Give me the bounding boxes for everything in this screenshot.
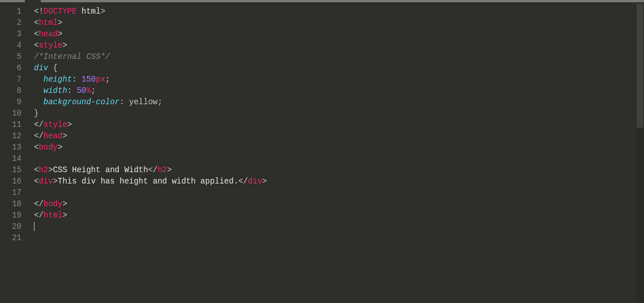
code-line[interactable]: <html> [34,17,644,28]
token-p: { [48,63,58,72]
token-tg: DOCTYPE [44,7,77,16]
line-number: 3 [0,28,27,40]
token-nm: 50 [77,86,87,95]
token-p: </ [238,177,248,186]
code-line[interactable]: height: 150px; [34,74,644,85]
code-line[interactable]: </head> [34,130,644,142]
token-kw: background-color [44,97,119,106]
token-p: > [101,7,105,16]
token-p: </ [34,211,44,220]
token-tg: body [44,199,63,208]
line-number: 7 [0,74,27,85]
token-p: > [58,143,62,152]
line-number: 14 [0,153,27,164]
token-p: > [58,29,62,39]
text-cursor [34,222,35,231]
code-line[interactable]: <style> [34,40,644,51]
token-tg: head [38,29,58,39]
token-un: px [96,75,105,84]
code-editor[interactable]: 123456789101112131415161718192021 <!DOCT… [0,2,644,303]
token-p: ; [91,86,96,95]
token-tg: h2 [157,165,167,174]
token-p: > [62,199,67,208]
line-number-gutter: 123456789101112131415161718192021 [0,2,27,303]
token-p: </ [148,165,158,174]
line-number: 21 [0,232,27,244]
line-number: 18 [0,198,27,210]
token-p: : [72,75,81,84]
token-tg: div [38,177,53,186]
code-line[interactable]: <body> [34,142,644,153]
token-p: ; [105,75,110,84]
scrollbar-thumb[interactable] [637,3,643,128]
line-number: 17 [0,187,27,198]
code-line[interactable]: <div>This div has height and width appli… [34,176,644,187]
code-line[interactable]: width: 50%; [34,85,644,96]
token-tg: html [38,18,58,27]
token-kw: height [44,75,72,84]
token-p: > [67,120,72,129]
line-number: 13 [0,142,27,153]
line-number: 16 [0,176,27,187]
token-p: > [167,165,171,174]
code-line[interactable]: </html> [34,210,644,221]
code-line[interactable]: </body> [34,198,644,210]
token-p: : [67,86,77,95]
line-number: 4 [0,40,27,51]
token-tx: html [77,7,101,16]
token-p: > [62,41,67,50]
token-p: > [48,165,53,174]
token-p: } [34,109,38,118]
code-line[interactable]: div { [34,62,644,74]
token-tg: div [248,177,262,186]
token-p: > [62,131,67,140]
code-line[interactable]: background-color: yellow; [34,96,644,108]
line-number: 11 [0,119,27,130]
line-number: 2 [0,17,27,28]
token-kw: width [44,86,67,95]
code-line[interactable] [34,232,644,244]
token-kw: div [34,63,48,72]
code-line[interactable] [34,187,644,198]
code-line[interactable] [34,221,644,232]
code-line[interactable]: <!DOCTYPE html> [34,6,644,17]
code-line[interactable]: /*Internal CSS*/ [34,51,644,62]
token-tg: style [38,41,62,50]
token-p: ; [157,97,162,106]
code-line[interactable] [34,153,644,164]
token-p: > [262,177,267,186]
line-number: 5 [0,51,27,62]
token-vl: yellow [129,97,157,106]
token-p: </ [34,131,44,140]
token-cm: /*Internal CSS*/ [34,52,110,61]
token-tg: style [44,120,67,129]
code-line[interactable]: </style> [34,119,644,130]
line-number: 20 [0,221,27,232]
code-line[interactable]: } [34,108,644,119]
line-number: 9 [0,96,27,108]
token-un: % [86,86,91,95]
token-p [34,75,44,84]
code-line[interactable]: <head> [34,28,644,40]
token-tx: CSS Height and Width [53,165,148,174]
line-number: 15 [0,164,27,176]
vertical-scrollbar[interactable] [636,2,644,303]
line-number: 1 [0,6,27,17]
token-p [34,86,44,95]
token-p [34,97,44,106]
token-p: </ [34,120,44,129]
code-area[interactable]: <!DOCTYPE html><html><head><style>/*Inte… [27,2,644,303]
line-number: 8 [0,85,27,96]
token-tg: head [44,131,63,140]
line-number: 19 [0,210,27,221]
token-p: <! [34,7,44,16]
token-tg: html [44,211,63,220]
token-p: </ [34,199,44,208]
line-number: 12 [0,130,27,142]
line-number: 10 [0,108,27,119]
token-nm: 150 [81,75,96,84]
token-p: > [58,18,62,27]
code-line[interactable]: <h2>CSS Height and Width</h2> [34,164,644,176]
token-tg: body [38,143,58,152]
token-tx: This div has height and width applied. [58,177,238,186]
